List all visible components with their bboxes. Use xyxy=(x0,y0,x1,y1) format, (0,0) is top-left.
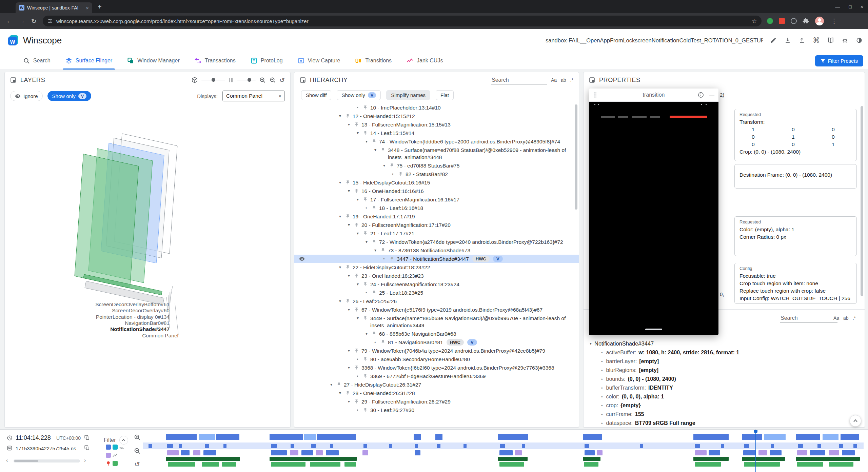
ignore-filter-chip[interactable]: Ignore xyxy=(10,91,43,101)
pin-node-icon[interactable] xyxy=(345,113,353,119)
trace-segment[interactable] xyxy=(222,462,237,467)
trace-segment[interactable] xyxy=(344,462,356,467)
transition-preview-window[interactable]: transition — xyxy=(589,88,718,335)
trace-segment[interactable] xyxy=(742,457,785,461)
expand-arrow[interactable]: ▾ xyxy=(348,121,354,128)
trace-segment[interactable] xyxy=(166,434,197,440)
timeline-tick[interactable] xyxy=(330,444,333,448)
properties-scrollbar[interactable] xyxy=(861,106,863,296)
hierarchy-node[interactable]: ▾3448 - Surface(name=ed70f88 StatusBar)/… xyxy=(294,146,579,161)
site-info-icon[interactable] xyxy=(47,18,53,24)
properties-root-node[interactable]: ▾ NotificationShade#3447 xyxy=(590,340,654,347)
trace-segment[interactable] xyxy=(166,457,240,461)
tab-surface-flinger[interactable]: Surface Flinger xyxy=(58,52,120,70)
pin-node-icon[interactable] xyxy=(372,330,379,336)
hierarchy-node[interactable]: ▾20 - FullscreenMagnification:17:17#20 xyxy=(294,221,579,229)
hierarchy-node[interactable]: ▾3368 - WindowToken{f6b2f60 type=2024 an… xyxy=(294,363,579,372)
hierarchy-node[interactable]: ▾75 - ed70f88 StatusBar#75 xyxy=(294,161,579,170)
tab-protolog[interactable]: ProtoLog xyxy=(243,52,290,70)
trace-segment[interactable] xyxy=(304,434,316,440)
trace-segment[interactable] xyxy=(797,450,807,455)
trace-segment[interactable] xyxy=(841,434,859,440)
back-button[interactable]: ← xyxy=(6,17,13,25)
bookmark-star-icon[interactable]: ☆ xyxy=(752,18,757,25)
hierarchy-node[interactable]: •10 - ImePlaceholder:13:14#10 xyxy=(294,103,579,112)
info-icon[interactable] xyxy=(698,92,704,98)
show-diff-toggle[interactable]: Show diff xyxy=(301,90,331,100)
expand-arrow[interactable]: ▾ xyxy=(357,315,363,322)
trace-segment[interactable] xyxy=(823,434,839,440)
hierarchy-node[interactable]: ▾19 - OneHanded:17:17#19 xyxy=(294,212,579,221)
trace-segment[interactable] xyxy=(695,462,721,467)
expand-arrow[interactable]: ▾ xyxy=(383,162,389,169)
timeline-tick[interactable] xyxy=(853,444,857,448)
hierarchy-node[interactable]: ▾14 - Leaf:15:15#14 xyxy=(294,129,579,137)
tab-view-capture[interactable]: View Capture xyxy=(290,52,348,70)
pin-node-icon[interactable] xyxy=(345,213,353,219)
trace-segment[interactable] xyxy=(498,434,528,440)
hierarchy-node[interactable]: ▾73 - 8736138 NotificationShade#73 xyxy=(294,246,579,255)
trace-segment[interactable] xyxy=(203,450,216,455)
pin-node-icon[interactable] xyxy=(363,356,370,362)
timeline-tick[interactable] xyxy=(311,444,316,448)
trace-segment[interactable] xyxy=(743,450,756,455)
pin-node-icon[interactable] xyxy=(336,381,344,387)
collapse-panel-icon[interactable] xyxy=(10,77,16,83)
hierarchy-node[interactable]: ▾72 - WindowToken{a2746de type=2040 andr… xyxy=(294,238,579,246)
zoom-out-icon[interactable] xyxy=(134,447,141,454)
trace-segment[interactable] xyxy=(810,450,826,455)
timeline-tick[interactable] xyxy=(291,444,294,448)
layer-label[interactable]: Common Panel xyxy=(22,333,178,339)
timeline-hscrollbar[interactable] xyxy=(14,459,80,463)
spacing-slider[interactable] xyxy=(237,80,256,80)
property-row[interactable]: •dataspace:BT709 sRGB Full range xyxy=(584,420,865,427)
timeline-tick[interactable] xyxy=(522,444,525,448)
property-row[interactable]: •crop:{empty} xyxy=(584,402,865,411)
pin-node-icon[interactable] xyxy=(345,264,353,270)
dark-mode-icon[interactable] xyxy=(856,37,863,44)
property-row[interactable]: •barrierLayer:[empty] xyxy=(584,358,865,367)
trace-segment[interactable] xyxy=(585,450,595,455)
trace-segment[interactable] xyxy=(316,450,323,455)
hierarchy-search-input[interactable] xyxy=(491,76,547,84)
tab-transitions[interactable]: Transitions xyxy=(348,52,399,70)
pin-node-icon[interactable] xyxy=(363,281,370,287)
trace-segment[interactable] xyxy=(499,450,512,455)
timeline-tick[interactable] xyxy=(817,444,821,448)
hierarchy-node[interactable]: •25 - Leaf:18:23#25 xyxy=(294,289,579,297)
edit-file-icon[interactable] xyxy=(770,37,777,44)
trace-segment[interactable] xyxy=(597,450,603,455)
trace-segment[interactable] xyxy=(583,457,600,461)
trace-segment[interactable] xyxy=(796,457,860,461)
new-tab-button[interactable]: + xyxy=(98,3,102,11)
expand-arrow[interactable]: ▾ xyxy=(348,188,354,195)
browser-menu-icon[interactable]: ⋮ xyxy=(831,17,837,25)
hierarchy-node[interactable]: ▾26 - Leaf:25:25#26 xyxy=(294,297,579,306)
layer-label[interactable]: ScreenDecorOverlay#60 xyxy=(22,308,170,314)
trace-segment[interactable] xyxy=(583,434,602,440)
expand-arrow[interactable]: ▾ xyxy=(357,130,363,137)
trace-segment[interactable] xyxy=(202,462,219,467)
pin-node-icon[interactable] xyxy=(363,104,370,110)
hierarchy-node[interactable]: ▾68 - 885b63e NavigationBar0#68 xyxy=(294,330,579,338)
hierarchy-node[interactable]: •3369 - 67726bf EdgeBackGestureHandler0#… xyxy=(294,372,579,380)
tab-window-manager[interactable]: Window Manager xyxy=(120,52,187,70)
trace-segment[interactable] xyxy=(515,450,522,455)
profile-avatar[interactable] xyxy=(815,17,824,25)
trace-legend-chart-icon[interactable] xyxy=(113,453,118,458)
hierarchy-node[interactable]: •18 - Leaf:16:16#18 xyxy=(294,204,579,212)
trace-segment[interactable] xyxy=(584,462,598,467)
copy-icon[interactable] xyxy=(84,435,90,440)
tab-search[interactable]: Search xyxy=(16,52,58,70)
trace-segment[interactable] xyxy=(270,434,303,440)
pin-node-icon[interactable] xyxy=(380,339,388,345)
window-close-button[interactable]: × xyxy=(861,4,863,9)
trace-segment[interactable] xyxy=(829,462,853,467)
window-minimize-button[interactable]: — xyxy=(835,4,840,9)
pin-node-icon[interactable] xyxy=(354,364,361,370)
trace-segment[interactable] xyxy=(290,450,299,455)
trace-segment[interactable] xyxy=(270,457,357,461)
hierarchy-node[interactable]: •81 - NavigationBar0#81HWCV xyxy=(294,338,579,347)
trace-segment[interactable] xyxy=(271,462,305,467)
pin-node-icon[interactable] xyxy=(389,162,397,168)
